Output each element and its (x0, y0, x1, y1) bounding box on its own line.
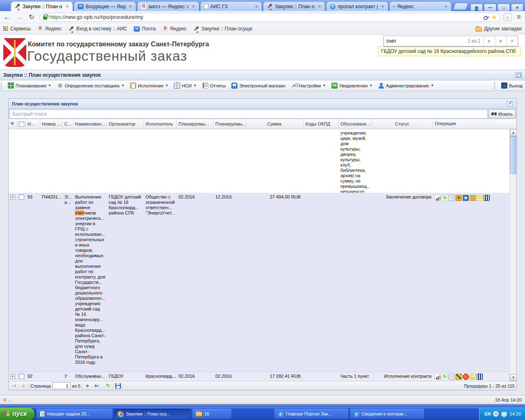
col-number[interactable]: Номер ... (40, 119, 63, 129)
prev-page-button[interactable]: ◀ (19, 382, 27, 390)
find-close-button[interactable]: × (506, 36, 518, 46)
close-icon[interactable]: × (443, 4, 449, 9)
menu-eshop[interactable]: Электронный магазин (231, 82, 285, 89)
vertical-scrollbar[interactable]: ▲ ▼ (509, 129, 516, 381)
col-name[interactable]: Наименован... (73, 119, 107, 129)
col-organizer[interactable]: Организатор (107, 119, 144, 129)
network-icon[interactable] (501, 412, 507, 416)
document-icon[interactable] (449, 195, 455, 201)
close-button[interactable]: × (511, 4, 523, 11)
bookmark-star-icon[interactable]: ★ (492, 14, 497, 21)
document-icon[interactable] (449, 374, 455, 380)
taskbar-item-zakupki[interactable]: Закупки :: План осу... (114, 409, 190, 419)
start-button[interactable]: пуск (0, 408, 34, 420)
find-next-button[interactable]: ∨ (495, 36, 506, 46)
collapse-window-icon[interactable] (515, 72, 522, 78)
coins-icon[interactable] (470, 374, 476, 380)
emblem-icon[interactable] (456, 195, 462, 201)
col-executor[interactable]: Исполнитель (144, 119, 177, 129)
tab-yandex[interactable]: Яндекс × (389, 1, 452, 11)
close-icon[interactable]: × (317, 4, 322, 9)
search-button[interactable]: Искать (488, 110, 516, 119)
scroll-up-icon[interactable]: ▲ (510, 129, 516, 136)
seal-icon[interactable] (463, 195, 469, 201)
first-page-button[interactable]: |◀ (10, 382, 18, 390)
next-page-button[interactable]: ▶ (84, 382, 91, 390)
new-tab-button[interactable] (453, 3, 468, 10)
close-icon[interactable]: × (380, 4, 386, 9)
row-checkbox[interactable] (19, 194, 24, 200)
row-checkbox[interactable] (19, 374, 24, 379)
last-page-button[interactable]: ▶| (93, 382, 100, 390)
menu-reports[interactable]: Отчеты (202, 82, 226, 89)
chart-icon[interactable] (435, 195, 441, 201)
menu-planning[interactable]: Планирование ▼ (8, 82, 51, 89)
table-row-92[interactable]: + 92 У Обслуживан... ГБДОУ Красногвард..… (9, 372, 510, 381)
browser-menu-icon[interactable]: ≡ (515, 13, 523, 21)
menu-nsi[interactable]: НСИ ▼ (174, 82, 196, 89)
chart-icon[interactable] (435, 374, 441, 380)
select-all-header[interactable] (17, 119, 26, 129)
tab-yandex-search[interactable]: Я аисгз — Яндекс: на × (137, 1, 199, 11)
refresh-icon[interactable]: ↻ (104, 382, 112, 390)
columns-icon[interactable] (477, 374, 483, 380)
close-icon[interactable]: × (128, 4, 133, 9)
col-num[interactable]: Н... (26, 119, 40, 129)
forward-button[interactable]: → (15, 14, 24, 21)
bookmark-yandex-2[interactable]: Я Яндекс (162, 26, 186, 32)
table-row-partial[interactable]: учреждение, цирк, музей, дом культуры, д… (9, 129, 510, 193)
col-state[interactable]: С... (63, 119, 73, 129)
back-button[interactable]: ← (2, 14, 11, 21)
tab-zakupki-plan-2[interactable]: Закупки :: План ос × (263, 1, 325, 11)
menu-supplier-determination[interactable]: ⚙ Определение поставщика ▼ (57, 82, 124, 89)
profile-button[interactable] (470, 4, 483, 11)
scrollbar-thumb[interactable] (510, 136, 516, 174)
process-icon[interactable] (442, 374, 448, 380)
close-icon[interactable]: × (191, 4, 196, 9)
tab-zakupki-plan[interactable]: Закупки :: План осу × (11, 1, 73, 11)
page-number-input[interactable] (52, 382, 71, 389)
bookmark-ais-login[interactable]: Вход в систему :: АИС (68, 26, 127, 32)
reload-button[interactable]: ↻ (27, 13, 36, 21)
col-sum[interactable]: Сумма (247, 119, 304, 129)
taskbar-item-tasks-doc[interactable]: текущие задачи 20... (37, 409, 112, 419)
expand-icon[interactable]: + (10, 195, 15, 200)
other-bookmarks-button[interactable]: Другие закладки (475, 26, 522, 32)
col-justification[interactable]: Обосновани... (339, 119, 372, 129)
minimize-button[interactable]: — (484, 4, 496, 11)
language-indicator[interactable]: EN (484, 411, 491, 416)
pin-icon[interactable] (507, 101, 513, 107)
columns-icon[interactable] (484, 195, 490, 201)
taskbar-item-portal[interactable]: e Главная Портал Зак... (274, 409, 348, 419)
tab-inbox[interactable]: ✉ Входящие — Яндек × (74, 1, 136, 11)
header-checkbox[interactable] (19, 121, 24, 127)
expand-icon[interactable]: + (10, 374, 15, 379)
col-planned-1[interactable]: Планируемы... (177, 119, 214, 129)
address-bar[interactable]: https://new.gz-spb.ru/#po/procedure/my ★ (39, 13, 500, 22)
find-input[interactable] (384, 38, 468, 44)
maximize-button[interactable]: □ (498, 4, 510, 11)
menu-administration[interactable]: Администрирование ▼ (378, 82, 434, 89)
save-icon[interactable] (115, 383, 121, 389)
taskbar-item-folder-16[interactable]: 16 (192, 409, 231, 419)
quick-search-input[interactable] (9, 110, 488, 119)
table-row-93[interactable]: + 93 П44201... Э... а... Выполнение рабо… (9, 193, 510, 372)
collapse-tray-icon[interactable]: < (493, 411, 499, 417)
col-planned-2[interactable]: Планируемы... (214, 119, 247, 129)
col-okpd[interactable]: Коды ОКПД (304, 119, 339, 129)
papers-icon[interactable] (477, 195, 483, 201)
col-status[interactable]: Статус (372, 119, 433, 129)
bookmark-services[interactable]: Сервисы (3, 26, 31, 32)
menu-execution[interactable]: Исполнение ▼ (130, 82, 168, 89)
find-previous-button[interactable]: ∧ (483, 36, 495, 46)
tab-propal-kontrakt[interactable]: ? пропал контракт | × (326, 1, 388, 11)
col-operations[interactable]: Операции (433, 119, 516, 129)
tab-ais-gz[interactable]: АИС ГЗ × (200, 1, 262, 11)
exit-button[interactable]: → Выход (501, 82, 523, 89)
bookmark-mail[interactable]: ✉ Почта (134, 26, 155, 32)
bookmark-yandex[interactable]: Я Яндекс (37, 26, 62, 32)
sign-icon[interactable] (456, 374, 462, 380)
scroll-down-icon[interactable]: ▼ (510, 374, 516, 381)
yandex-home-icon[interactable]: ⌂ (504, 13, 512, 21)
scroll-icon[interactable] (470, 195, 476, 201)
